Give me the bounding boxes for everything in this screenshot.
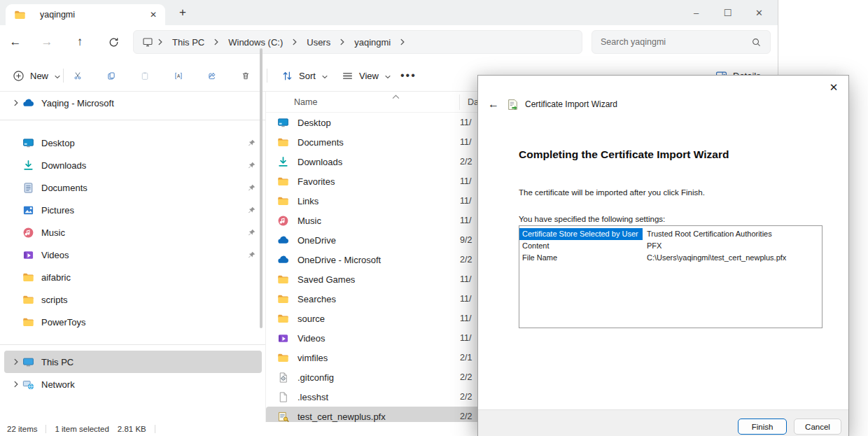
file-name: Music	[298, 216, 460, 226]
sidebar-item-pictures[interactable]: Pictures	[4, 199, 262, 221]
column-separator[interactable]	[459, 94, 460, 110]
dialog-close-icon[interactable]: ✕	[823, 78, 844, 97]
refresh-button[interactable]	[103, 32, 124, 52]
desktop-icon	[22, 137, 34, 149]
sidebar-item-label: This PC	[41, 357, 74, 367]
up-button[interactable]: ↑	[69, 32, 90, 52]
folder-icon	[22, 272, 34, 283]
sidebar-item-aifabric[interactable]: aifabric	[4, 266, 262, 288]
setting-label: Certificate Store Selected by User	[519, 228, 643, 240]
view-button[interactable]: View	[335, 64, 398, 87]
expander-chevron-icon[interactable]	[10, 358, 22, 366]
folder-icon	[277, 313, 289, 325]
file-date-modified: 11/	[460, 118, 471, 127]
more-options-button[interactable]: •••	[393, 64, 424, 87]
sidebar-item-this-pc[interactable]: This PC	[4, 351, 262, 373]
sort-button-label: Sort	[299, 71, 316, 81]
cut-button[interactable]	[66, 64, 89, 87]
share-button[interactable]	[201, 64, 223, 87]
sidebar-item-label: Downloads	[41, 160, 86, 171]
sidebar-item-powertoys[interactable]: PowerToys	[4, 311, 262, 333]
sidebar-item-label: Pictures	[41, 205, 74, 216]
refresh-icon	[108, 36, 120, 48]
maximize-button[interactable]: ☐	[712, 8, 743, 18]
file-name: source	[298, 314, 460, 324]
sidebar-item-documents[interactable]: Documents	[4, 176, 262, 199]
file-date-modified: 2/2	[460, 157, 472, 167]
sidebar-item-scripts[interactable]: scripts	[4, 288, 262, 311]
close-button[interactable]: ✕	[743, 8, 775, 18]
share-icon	[208, 70, 216, 82]
sidebar-item-downloads[interactable]: Downloads	[4, 154, 262, 176]
settings-row-file-name[interactable]: File NameC:\Users\yaqingmi\test_cert_new…	[519, 252, 822, 264]
copy-button[interactable]	[100, 64, 122, 87]
tab-folder-icon	[14, 9, 26, 21]
file-date-modified: 11/	[460, 176, 471, 186]
file-date-modified: 11/	[460, 137, 471, 147]
file-name: .lesshst	[298, 392, 460, 402]
sort-button[interactable]: Sort	[274, 64, 335, 87]
sidebar-scrollbar[interactable]	[260, 48, 262, 328]
search-box[interactable]	[592, 30, 771, 54]
chevron-down-icon	[321, 72, 328, 79]
search-input[interactable]	[601, 37, 751, 47]
downloads-icon	[22, 160, 34, 171]
screen: yaqingmi ✕ + – ☐ ✕ ← → ↑ This PCWindows …	[0, 0, 868, 436]
paste-icon	[141, 70, 149, 82]
settings-list[interactable]: Certificate Store Selected by UserTruste…	[519, 225, 822, 328]
breadcrumb-item-yaqingmi[interactable]: yaqingmi	[348, 37, 397, 48]
selection-count: 1 item selected	[55, 425, 108, 433]
music-icon	[277, 215, 289, 227]
finish-button[interactable]: Finish	[738, 419, 787, 435]
toolbar-separator	[267, 69, 267, 83]
file-name: vimfiles	[298, 353, 460, 363]
settings-row-content[interactable]: ContentPFX	[519, 240, 822, 252]
dialog-back-button[interactable]: ←	[486, 98, 500, 111]
sidebar-item-label: PowerToys	[41, 317, 86, 328]
paste-button	[134, 64, 156, 87]
expander-spacer	[10, 273, 22, 281]
pin-icon	[247, 206, 256, 215]
view-button-label: View	[359, 71, 379, 81]
cancel-button[interactable]: Cancel	[794, 419, 841, 435]
breadcrumb-item-this-pc[interactable]: This PC	[166, 37, 211, 48]
tab-close-icon[interactable]: ✕	[150, 10, 157, 19]
file-date-modified: 2/2	[460, 412, 472, 421]
breadcrumb-item-users[interactable]: Users	[300, 37, 337, 48]
item-count: 22 items	[7, 425, 37, 433]
expander-spacer	[10, 183, 22, 192]
dialog-footer: Finish Cancel	[478, 409, 848, 436]
folder-icon	[277, 293, 289, 305]
sidebar-item-videos[interactable]: Videos	[4, 244, 262, 266]
column-header-name[interactable]: Name	[294, 97, 317, 107]
documents-icon	[22, 182, 34, 194]
expander-chevron-icon[interactable]	[10, 99, 22, 107]
settings-row-certificate-store-selected-by-user[interactable]: Certificate Store Selected by UserTruste…	[519, 228, 822, 240]
sidebar-item-label: Network	[41, 379, 75, 390]
gear-file-icon	[277, 372, 289, 384]
file-name: Links	[298, 196, 460, 206]
sidebar-item-desktop[interactable]: Desktop	[4, 132, 262, 154]
minimize-button[interactable]: –	[680, 8, 712, 18]
new-tab-button[interactable]: +	[173, 3, 192, 22]
window-controls: – ☐ ✕	[680, 0, 775, 25]
file-name: OneDrive - Microsoft	[298, 255, 460, 265]
back-button[interactable]: ←	[5, 32, 26, 52]
desktop-icon	[277, 117, 289, 129]
this-pc-icon	[142, 36, 153, 48]
sidebar-item-music[interactable]: Music	[4, 221, 262, 244]
file-date-modified: 2/2	[460, 372, 472, 382]
file-name: Downloads	[298, 157, 460, 167]
chevron-down-icon	[54, 72, 61, 79]
breadcrumb-item-windows-c[interactable]: Windows (C:)	[222, 37, 289, 48]
address-bar[interactable]: This PCWindows (C:)Usersyaqingmi	[133, 30, 582, 54]
delete-button[interactable]	[234, 64, 257, 87]
expander-spacer	[10, 295, 22, 304]
rename-button[interactable]: A	[167, 64, 190, 87]
new-button[interactable]: New	[6, 64, 68, 87]
sidebar-item-yaqing-microsoft[interactable]: Yaqing - Microsoft	[4, 92, 262, 114]
sidebar-item-network[interactable]: Network	[4, 373, 262, 395]
explorer-tab[interactable]: yaqingmi ✕	[6, 4, 165, 25]
setting-label: File Name	[519, 252, 643, 264]
expander-chevron-icon[interactable]	[10, 380, 22, 388]
